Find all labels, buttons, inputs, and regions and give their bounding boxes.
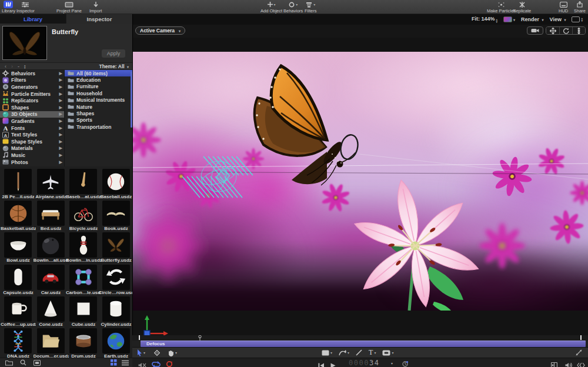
library-item[interactable]: Cube.usdz	[67, 295, 99, 328]
record-icon[interactable]	[166, 359, 173, 367]
theme-row[interactable]: Household	[65, 90, 132, 96]
disclosure-arrow-icon[interactable]: ▶	[59, 160, 62, 165]
import-button[interactable]: Import	[89, 0, 102, 14]
show-timeline-icon[interactable]	[577, 360, 586, 367]
replicate-button[interactable]: Replicate	[513, 0, 531, 14]
camera-view-button[interactable]	[527, 26, 543, 35]
timecode-menu-chevron[interactable]: ▾	[391, 361, 393, 365]
disclosure-arrow-icon[interactable]: ▶	[59, 112, 62, 116]
library-item[interactable]: 2B Pe…il.usdz	[2, 168, 34, 201]
line-tool[interactable]	[356, 349, 362, 356]
theme-row[interactable]: Furniture	[65, 84, 132, 90]
disclosure-arrow-icon[interactable]: ▶	[59, 71, 62, 76]
category-row[interactable]: Materials ▶	[0, 145, 64, 152]
back-arrow-icon[interactable]: ‹	[5, 64, 6, 69]
forward-arrow-icon[interactable]: ›	[11, 64, 13, 69]
out-point-marker[interactable]	[580, 335, 582, 340]
new-folder-icon[interactable]	[5, 360, 13, 366]
display-control[interactable]: ▴▾	[572, 16, 583, 22]
library-item[interactable]: Basketball.usdz	[2, 199, 34, 232]
library-item[interactable]: Baseball.usdz	[100, 168, 132, 201]
dolly-view-button[interactable]	[572, 27, 585, 34]
pan-hand-tool[interactable]: ▾	[168, 349, 177, 356]
theme-row[interactable]: Shapes	[65, 110, 132, 116]
current-frame-timecode[interactable]: 000034	[349, 359, 379, 367]
category-row[interactable]: Filters ▶	[0, 77, 64, 84]
disclosure-arrow-icon[interactable]: ▶	[59, 98, 62, 103]
search-icon[interactable]	[20, 359, 26, 366]
loop-playback-icon[interactable]	[152, 359, 161, 367]
bezier-tool[interactable]: ▾	[339, 349, 349, 356]
category-row[interactable]: Particle Emitters ▶	[0, 91, 64, 98]
library-item[interactable]: Butterfly.usdz	[100, 231, 132, 264]
theme-row[interactable]: Sports	[65, 117, 132, 124]
library-item[interactable]: Bowlin…all.usdz	[35, 231, 67, 264]
library-item[interactable]: DNA.usdz	[2, 327, 34, 360]
pan-view-button[interactable]	[546, 27, 559, 34]
library-item[interactable]: Drum.usdz	[67, 327, 99, 360]
library-item[interactable]: Bicycle.usdz	[67, 199, 99, 232]
library-item[interactable]: Cone.usdz	[35, 295, 67, 328]
tab-inspector[interactable]: Inspector	[66, 14, 132, 24]
filters-button[interactable]: ▾ Filters	[305, 0, 316, 14]
disclosure-arrow-icon[interactable]: ▶	[59, 146, 62, 151]
library-item[interactable]: Bowlin…in.usdz	[67, 231, 99, 264]
go-to-start-button[interactable]	[318, 360, 324, 367]
theme-row[interactable]: Musical Instruments	[65, 97, 132, 104]
project-timeline-icon[interactable]	[551, 360, 557, 367]
library-item[interactable]: Coffee…up.usdz	[2, 295, 34, 328]
orbit-view-button[interactable]	[559, 27, 572, 34]
in-point-marker[interactable]	[139, 335, 140, 340]
theme-filter-dropdown[interactable]: Theme: All ▾	[99, 64, 129, 69]
category-row[interactable]: Music ▶	[0, 152, 64, 159]
library-item[interactable]: Carbon…le.usdz	[67, 263, 99, 296]
remove-icon[interactable]: -	[18, 64, 19, 69]
disclosure-arrow-icon[interactable]: ▶	[59, 153, 62, 158]
category-row[interactable]: A Text Styles ▶	[0, 131, 64, 138]
theme-row[interactable]: All (60 items)	[65, 70, 132, 76]
zoom-level-control[interactable]: Fit: 144%▴▾	[472, 16, 497, 23]
theme-row[interactable]: Transportation	[65, 124, 132, 130]
play-button[interactable]	[330, 360, 336, 367]
camera-select-dropdown[interactable]: Active Camera▾	[135, 26, 185, 35]
adjust-item-icon[interactable]	[576, 348, 582, 358]
select-tool[interactable]: ▾	[137, 349, 145, 356]
library-item[interactable]: Earth.usdz	[100, 327, 132, 360]
category-row[interactable]: A Fonts ▶	[0, 125, 64, 132]
library-item[interactable]: Baseb…at.usdz	[67, 168, 99, 201]
mini-timeline[interactable]: Defocus	[132, 335, 588, 347]
theme-row[interactable]: Nature	[65, 104, 132, 110]
view-menu[interactable]: View ▾	[550, 16, 566, 22]
disclosure-arrow-icon[interactable]: ▶	[59, 85, 62, 89]
category-row[interactable]: Behaviors ▶	[0, 70, 64, 77]
library-item[interactable]: Bed.usdz	[35, 199, 67, 232]
disclosure-arrow-icon[interactable]: ▶	[59, 126, 62, 131]
library-item[interactable]: Bowl.usdz	[2, 231, 34, 264]
add-object-button[interactable]: ▾ Add Object	[260, 0, 282, 14]
mask-tool[interactable]: ▾	[382, 350, 393, 356]
grid-view-icon[interactable]	[111, 358, 117, 367]
disclosure-arrow-icon[interactable]: ▶	[59, 92, 62, 96]
disclosure-arrow-icon[interactable]: ▶	[59, 119, 62, 124]
mute-audio-icon[interactable]	[138, 360, 146, 367]
library-item[interactable]: Airplane.usdz	[35, 168, 67, 201]
category-row[interactable]: Shapes ▶	[0, 104, 64, 111]
render-menu[interactable]: Render ▾	[521, 16, 544, 22]
share-button[interactable]: Share	[574, 0, 586, 14]
theme-row[interactable]: Education	[65, 76, 132, 83]
defocus-track-bar[interactable]: Defocus	[141, 341, 586, 347]
category-row[interactable]: Replicators ▶	[0, 97, 64, 104]
library-item[interactable]: Book.usdz	[100, 199, 132, 232]
record-keyframes-icon[interactable]	[402, 359, 409, 367]
library-button[interactable]: Library	[2, 0, 15, 14]
disclosure-arrow-icon[interactable]: ▶	[59, 132, 62, 137]
library-item[interactable]: Circle…row.usdz	[100, 263, 132, 296]
library-item[interactable]: Capsule.usdz	[2, 263, 34, 296]
library-item[interactable]: Docum…er.usdz	[35, 327, 67, 360]
inspector-button[interactable]: Inspector	[16, 0, 35, 14]
project-pane-button[interactable]: Project Pane	[56, 0, 82, 14]
list-view-icon[interactable]	[122, 358, 129, 367]
hud-button[interactable]: HUD	[559, 0, 568, 14]
behaviors-button[interactable]: ▾ Behaviors	[283, 0, 303, 14]
channel-swatch-dropdown[interactable]: ▾	[503, 16, 515, 22]
